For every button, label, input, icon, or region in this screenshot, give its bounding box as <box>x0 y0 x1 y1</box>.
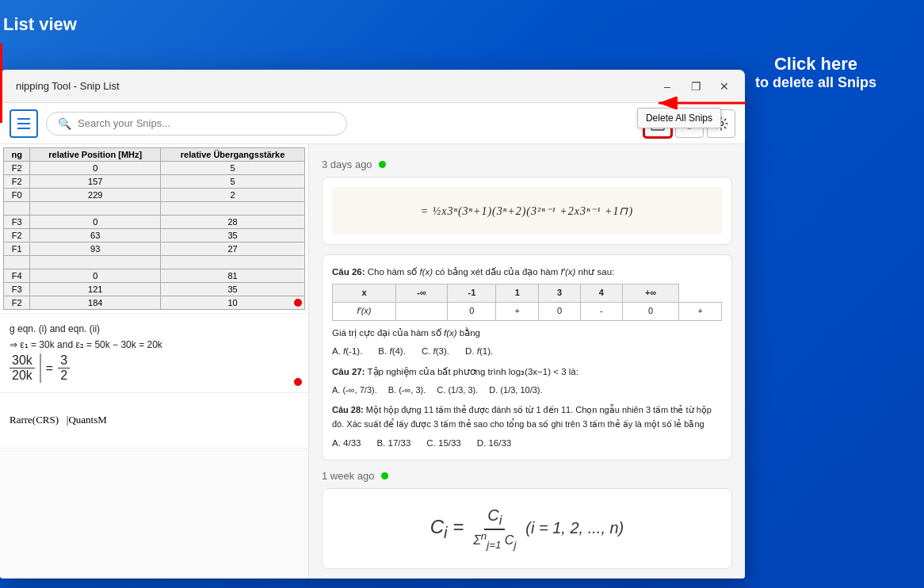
q27-options: A. (-∞, 7/3). B. (-∞, 3). C. (1/3, 3). D… <box>332 384 722 398</box>
window-controls: – ❐ ✕ <box>656 75 735 97</box>
math-problems-content: Câu 26: Cho hàm số f(x) có bảng xét dấu … <box>323 255 731 460</box>
annotation-arrow <box>651 97 754 113</box>
table-row: F26335 <box>4 229 305 242</box>
time-text-3days: 3 days ago <box>322 158 372 170</box>
formula-card-content: Ci = Ci Σnj=1 Cj (i = 1, 2, ..., n) <box>323 489 731 568</box>
restore-button[interactable]: ❐ <box>685 75 707 97</box>
content-area: ng relative Position [MHz] relative Über… <box>0 144 745 578</box>
hamburger-icon <box>17 118 30 129</box>
table-row <box>4 202 305 216</box>
table-row: F218410 <box>4 296 305 310</box>
formula-text: = ½x3ⁿ(3ⁿ+1)(3ⁿ+2)(3²ⁿ⁻¹ +2x3ⁿ⁻¹ +1⊓) <box>421 204 633 218</box>
click-here-annotation: Click here to delete all Snips <box>755 54 876 91</box>
snip-item-table[interactable]: ng relative Position [MHz] relative Über… <box>0 144 308 314</box>
red-dot-indicator-2 <box>294 378 302 386</box>
window-title: nipping Tool - Snip List <box>10 80 656 92</box>
table-row: F21575 <box>4 175 305 189</box>
q26: Câu 26: Cho hàm số f(x) có bảng xét dấu … <box>332 265 722 279</box>
table-row: F312135 <box>4 283 305 296</box>
snip-card-handwriting[interactable]: = ½x3ⁿ(3ⁿ+1)(3ⁿ+2)(3²ⁿ⁻¹ +2x3ⁿ⁻¹ +1⊓) <box>322 177 732 245</box>
snip-card-formula[interactable]: Ci = Ci Σnj=1 Cj (i = 1, 2, ..., n) <box>322 488 732 569</box>
hamburger-button[interactable] <box>10 109 38 138</box>
formula-ci-frac: Ci Σnj=1 Cj <box>470 506 519 551</box>
derivative-table: x-∞-1134+∞ f'(x)0+0-0+ <box>332 284 722 320</box>
time-text-1week: 1 week ago <box>322 470 375 482</box>
q27: Câu 27: Tập nghiệm của bất phương trình … <box>332 365 722 379</box>
snip-card-math-problems[interactable]: Câu 26: Cho hàm số f(x) có bảng xét dấu … <box>322 254 732 460</box>
handwriting-formula: = ½x3ⁿ(3ⁿ+1)(3ⁿ+2)(3²ⁿ⁻¹ +2x3ⁿ⁻¹ +1⊓) <box>332 187 722 235</box>
time-dot-1week <box>381 472 388 479</box>
red-dot-indicator <box>294 299 302 307</box>
toolbar: 🔍 <box>0 103 745 144</box>
time-label-3days: 3 days ago <box>322 158 732 170</box>
handwritten-text: Rarre(CRS) |QuantsM <box>10 414 107 426</box>
table-row <box>4 256 305 269</box>
table-row: F4081 <box>4 269 305 283</box>
snip-thumbnail-handwritten: Rarre(CRS) |QuantsM <box>3 396 305 444</box>
close-button[interactable]: ✕ <box>713 75 735 97</box>
table-row: F3028 <box>4 216 305 229</box>
search-icon: 🔍 <box>58 117 71 130</box>
formula-ci-range: (i = 1, 2, ..., n) <box>525 519 624 537</box>
math-text-1: g eqn. (i) and eqn. (ii) <box>10 323 299 334</box>
search-box[interactable]: 🔍 <box>46 112 347 136</box>
snip-thumbnail-table: ng relative Position [MHz] relative Über… <box>3 147 305 310</box>
click-here-line2: to delete all Snips <box>755 74 876 91</box>
q28-options: A. 4/33 B. 17/33 C. 15/33 D. 16/33 <box>332 436 722 450</box>
right-panel: 3 days ago = ½x3ⁿ(3ⁿ+1)(3ⁿ+2)(3²ⁿ⁻¹ +2x3… <box>309 144 745 578</box>
left-panel: ng relative Position [MHz] relative Über… <box>0 144 309 578</box>
search-input[interactable] <box>78 117 335 129</box>
snip-item-handwritten[interactable]: Rarre(CRS) |QuantsM <box>0 393 308 449</box>
annotation-vertical-line <box>0 44 10 123</box>
minimize-button[interactable]: – <box>656 75 678 97</box>
handwriting-formula-card: = ½x3ⁿ(3ⁿ+1)(3ⁿ+2)(3²ⁿ⁻¹ +2x3ⁿ⁻¹ +1⊓) <box>323 178 731 244</box>
list-view-annotation: List view <box>0 14 77 35</box>
math-text-2: ⇒ ε₁ = 30k and ε₂ = 50k − 30k = 20k <box>10 339 299 350</box>
time-label-1week: 1 week ago <box>322 470 732 482</box>
snip-window: nipping Tool - Snip List – ❐ ✕ 🔍 <box>0 70 745 578</box>
table-row: F19327 <box>4 242 305 256</box>
snip-item-math[interactable]: g eqn. (i) and eqn. (ii) ⇒ ε₁ = 30k and … <box>0 314 308 393</box>
time-dot-3days <box>379 161 386 168</box>
table-row: F02292 <box>4 189 305 202</box>
snip-thumbnail-math: g eqn. (i) and eqn. (ii) ⇒ ε₁ = 30k and … <box>3 317 305 389</box>
q26-options: A. f(-1). B. f(4). C. f(3). D. f(1). <box>332 344 722 358</box>
q26-text: Giá trị cực đại của hàm số f(x) bằng <box>332 326 722 340</box>
formula-ci-left: Ci = <box>430 516 464 542</box>
math-text-3: 30k 20k = 3 2 <box>10 353 299 383</box>
table-row: F205 <box>4 162 305 175</box>
q28: Câu 28: Một hộp đựng 11 tấm thẻ được đán… <box>332 403 722 431</box>
title-bar: nipping Tool - Snip List – ❐ ✕ <box>0 70 745 103</box>
click-here-line1: Click here <box>755 54 876 74</box>
